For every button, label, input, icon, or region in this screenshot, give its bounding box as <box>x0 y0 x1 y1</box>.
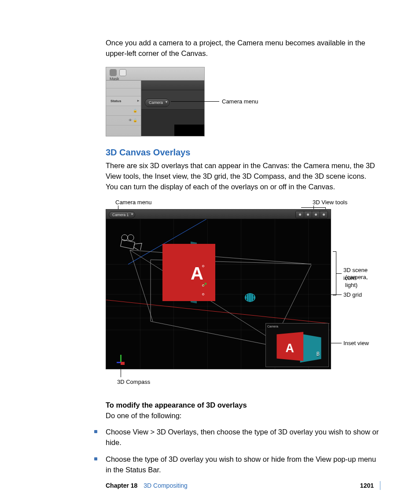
view-tool-icon[interactable] <box>304 211 312 218</box>
callout-scene-icons-sub: (camera, light) <box>345 273 380 290</box>
camera-menu-button[interactable]: Camera <box>145 99 169 107</box>
callout-3d-grid: 3D grid <box>343 291 362 299</box>
modify-heading: To modify the appearance of 3D overlays <box>106 401 247 409</box>
figure-camera-menu: Mask Status 🔒 👁 🔒 Camera Camera menu <box>106 67 380 142</box>
svg-line-2 <box>130 250 153 321</box>
list-item: Choose the type of 3D overlay you wish t… <box>94 454 380 475</box>
camera-1-menu-button[interactable]: Camera 1 <box>109 211 135 218</box>
3d-compass[interactable] <box>116 355 126 365</box>
light-scene-icon <box>245 293 255 302</box>
svg-point-8 <box>128 235 134 241</box>
inset-view[interactable]: Camera B A <box>265 323 329 367</box>
section-heading: 3D Canvas Overlays <box>106 146 380 159</box>
view-tool-icon[interactable] <box>312 211 320 218</box>
intro-paragraph: Once you add a camera to a project, the … <box>106 38 380 59</box>
page-footer: Chapter 18 3D Compositing 1201 <box>106 481 380 490</box>
view-tool-icon[interactable] <box>296 211 304 218</box>
panel-a: A <box>162 244 215 301</box>
callout-inset-view: Inset view <box>343 339 369 348</box>
list-item: Choose View > 3D Overlays, then choose t… <box>94 427 380 448</box>
section-body: There are six 3D overlays that can appea… <box>106 161 380 192</box>
modify-lead: Do one of the following: <box>106 411 380 421</box>
svg-line-4 <box>151 321 272 346</box>
3d-view-tools[interactable] <box>295 211 328 218</box>
callout-camera-menu: Camera menu <box>222 98 258 106</box>
chapter-label: Chapter 18 <box>106 482 137 489</box>
page-number: 1201 <box>360 482 374 489</box>
transform-arrow-icon: ↗ <box>202 280 207 289</box>
lock-icon: 🔒 <box>106 106 141 116</box>
camera-scene-icon <box>119 234 143 250</box>
lock-icon: 👁 🔒 <box>106 116 141 125</box>
callout-camera-menu: Camera menu <box>115 199 151 207</box>
status-header: Status <box>106 96 141 106</box>
figure-3d-canvas: Camera menu 3D View tools Camera 1 <box>102 199 380 392</box>
view-tool-icon[interactable] <box>320 211 328 218</box>
svg-rect-9 <box>121 239 135 249</box>
chapter-title: 3D Compositing <box>144 482 188 489</box>
callout-3d-compass: 3D Compass <box>117 378 150 386</box>
svg-line-0 <box>130 250 311 264</box>
callout-3d-view-tools: 3D View tools <box>313 199 347 207</box>
3d-viewport[interactable]: A ↗ Camera B A <box>106 219 331 369</box>
